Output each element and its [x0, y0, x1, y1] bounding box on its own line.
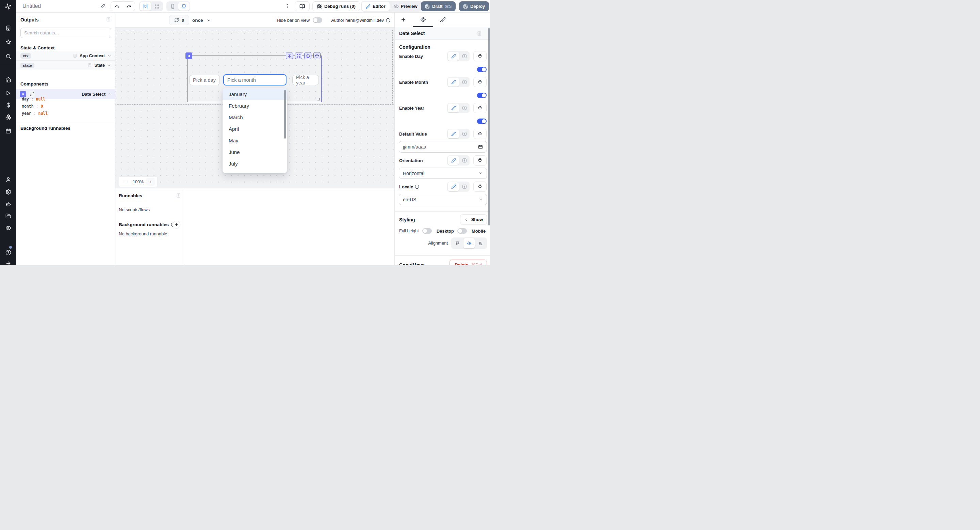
sidebar-item-settings[interactable]	[0, 186, 16, 198]
desktop-toggle[interactable]	[457, 228, 467, 234]
locale-connect-button[interactable]	[473, 182, 487, 192]
refresh-count-button[interactable]: 0	[169, 15, 189, 25]
sidebar-item-users[interactable]	[0, 174, 16, 185]
tab-global-styling[interactable]	[440, 17, 446, 22]
docs-button[interactable]	[295, 2, 310, 11]
month-option-february[interactable]: February	[223, 100, 287, 112]
search-outputs-input[interactable]	[21, 27, 111, 38]
more-menu-icon[interactable]	[285, 3, 290, 9]
enable-year-connect-button[interactable]	[473, 103, 487, 113]
pick-month-input[interactable]: Pick a month	[223, 74, 286, 86]
default-value-eval-button[interactable]	[460, 129, 469, 138]
sidebar-item-search[interactable]	[0, 50, 16, 62]
fullscreen-button[interactable]	[151, 2, 162, 11]
locale-info-icon[interactable]	[415, 185, 419, 189]
pick-day-input[interactable]: Pick a day	[189, 75, 220, 85]
anchor-handle[interactable]	[304, 52, 311, 59]
zoom-in-button[interactable]: +	[146, 178, 155, 186]
sidebar-item-home[interactable]	[0, 74, 16, 86]
full-height-toggle[interactable]	[422, 228, 432, 234]
locale-select[interactable]: en-US	[399, 194, 487, 205]
sidebar-item-help[interactable]	[0, 247, 16, 258]
desktop-view-button[interactable]	[178, 2, 189, 11]
enable-year-eval-button[interactable]	[460, 104, 469, 112]
component-chevron-up-icon[interactable]	[108, 92, 112, 96]
month-option-january[interactable]: January	[223, 88, 287, 100]
enable-day-eval-button[interactable]	[460, 52, 469, 61]
author-info-icon[interactable]	[386, 18, 390, 22]
state-chevron-down-icon[interactable]	[107, 63, 111, 67]
locale-static-button[interactable]	[448, 182, 459, 191]
ctx-chevron-down-icon[interactable]	[107, 54, 111, 58]
sidebar-item-variables[interactable]	[0, 99, 16, 111]
month-option-june[interactable]: June	[223, 146, 287, 158]
tab-editor[interactable]: Editor	[362, 2, 390, 11]
enable-day-static-button[interactable]	[448, 52, 459, 61]
sidebar-item-schedules[interactable]	[0, 125, 16, 137]
styling-show-button[interactable]: Show	[460, 214, 487, 225]
zoom-out-button[interactable]: −	[121, 178, 130, 186]
output-row-state[interactable]: state State	[16, 60, 115, 70]
fullsize-handle[interactable]	[295, 52, 302, 59]
default-value-connect-button[interactable]	[473, 129, 487, 139]
sidebar-item-resources[interactable]	[0, 111, 16, 123]
toggle-panels-button[interactable]	[140, 2, 151, 11]
enable-year-static-button[interactable]	[448, 104, 459, 112]
move-handle[interactable]	[313, 52, 321, 59]
redo-button[interactable]	[123, 2, 135, 11]
output-row-ctx[interactable]: ctx App Context	[16, 51, 115, 61]
dropdown-scrollbar[interactable]	[284, 90, 286, 139]
sidebar-item-workspace[interactable]	[0, 22, 16, 34]
month-option-august[interactable]: August	[223, 169, 287, 173]
default-value-static-button[interactable]	[448, 129, 459, 138]
runnables-panel-divider[interactable]	[185, 188, 185, 265]
enable-month-connect-button[interactable]	[473, 77, 487, 87]
enable-day-connect-button[interactable]	[473, 51, 487, 61]
add-bg-runnable-button[interactable]	[172, 221, 180, 228]
delete-component-button[interactable]: Delete ⌘Del	[450, 260, 487, 265]
sidebar-item-favorites[interactable]	[0, 36, 16, 48]
locale-eval-button[interactable]	[460, 182, 469, 191]
mobile-view-button[interactable]	[167, 2, 178, 11]
sidebar-item-folders[interactable]	[0, 210, 16, 222]
windmill-logo-icon[interactable]	[0, 0, 16, 13]
sidebar-collapse-button[interactable]	[0, 257, 16, 265]
orientation-eval-button[interactable]	[460, 156, 469, 165]
undo-button[interactable]	[111, 2, 123, 11]
month-option-april[interactable]: April	[223, 123, 287, 134]
rename-component-button[interactable]	[29, 91, 35, 97]
sidebar-item-runs[interactable]	[0, 87, 16, 99]
hide-bar-toggle[interactable]	[313, 18, 322, 23]
outputs-doc-icon[interactable]	[106, 17, 111, 22]
schedule-dropdown[interactable]: once	[192, 15, 211, 25]
edit-title-icon[interactable]	[100, 4, 105, 8]
runnables-doc-icon[interactable]	[176, 193, 181, 198]
draft-button[interactable]: Draft ⌘S	[421, 2, 456, 11]
pick-year-input[interactable]: Pick a year	[292, 75, 319, 85]
tab-insert-component[interactable]	[401, 17, 406, 22]
expand-down-handle[interactable]	[286, 52, 293, 59]
month-option-july[interactable]: July	[223, 158, 287, 169]
sidebar-item-workers[interactable]	[0, 198, 16, 210]
component-resize-handle[interactable]	[318, 98, 320, 101]
orientation-static-button[interactable]	[448, 156, 459, 165]
default-value-date-input[interactable]: jj/mm/aaaa	[399, 141, 487, 153]
align-center-button[interactable]	[463, 238, 475, 248]
settings-scrollbar[interactable]	[488, 28, 490, 225]
enable-day-toggle[interactable]	[477, 67, 487, 72]
enable-year-toggle[interactable]	[477, 118, 487, 124]
orientation-connect-button[interactable]	[473, 155, 487, 166]
component-doc-icon[interactable]	[477, 31, 482, 36]
tab-component-settings[interactable]	[420, 17, 426, 22]
app-canvas[interactable]: a Pick a day Pick a month Pick a year Ja…	[115, 27, 395, 188]
orientation-select[interactable]: Horizontal	[399, 168, 487, 179]
enable-month-static-button[interactable]	[448, 78, 459, 86]
enable-month-toggle[interactable]	[477, 93, 487, 98]
deploy-button[interactable]: Deploy	[459, 2, 489, 11]
align-bottom-button[interactable]	[475, 238, 486, 248]
month-option-may[interactable]: May	[223, 134, 287, 146]
enable-month-eval-button[interactable]	[460, 78, 469, 86]
tab-preview[interactable]: Preview	[390, 2, 422, 11]
debug-runs-button[interactable]: Debug runs (0)	[312, 2, 360, 11]
month-option-march[interactable]: March	[223, 112, 287, 123]
